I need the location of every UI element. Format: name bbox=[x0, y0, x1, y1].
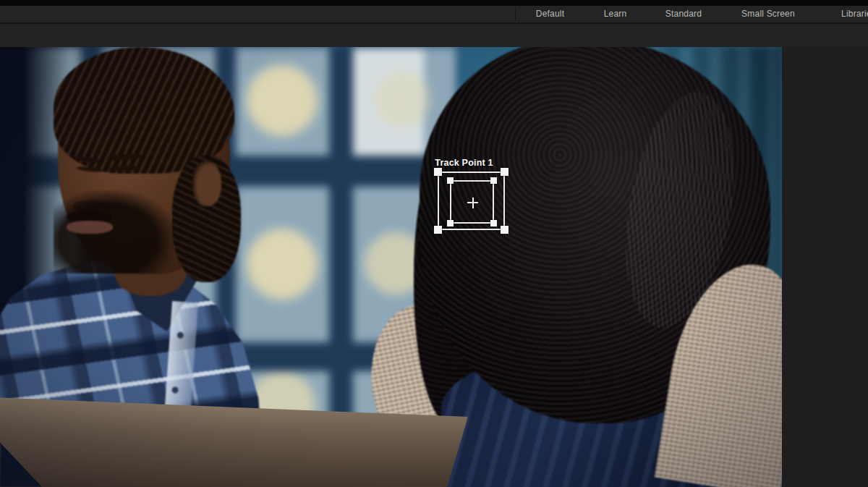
workspace-tab-learn[interactable]: Learn bbox=[584, 6, 646, 22]
after-effects-window: Default Learn Standard Small Screen Libr… bbox=[0, 0, 868, 487]
right-panel-empty bbox=[782, 47, 868, 487]
workspace-tab-bar: Default Learn Standard Small Screen Libr… bbox=[0, 6, 868, 22]
toolbar-row bbox=[0, 24, 868, 47]
workspace-tab-default[interactable]: Default bbox=[516, 6, 584, 22]
workspace-tab-standard[interactable]: Standard bbox=[646, 6, 721, 22]
workspace-tab-small-screen[interactable]: Small Screen bbox=[721, 6, 815, 22]
composition-viewer[interactable]: Track Point 1 bbox=[0, 47, 782, 487]
window-top-strip bbox=[0, 0, 868, 6]
workspace-tab-libraries[interactable]: Libraries bbox=[815, 6, 868, 22]
